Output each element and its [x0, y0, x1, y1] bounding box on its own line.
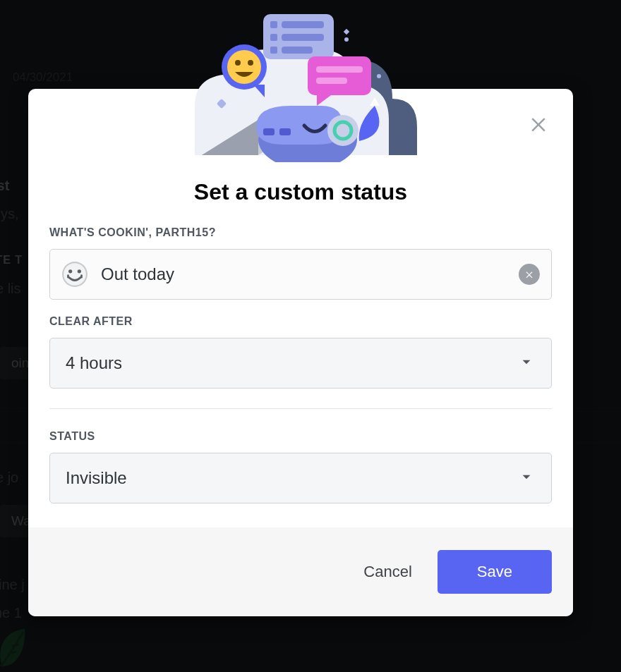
modal-footer: Cancel Save — [28, 527, 573, 616]
status-input-wrap — [49, 249, 552, 300]
svg-point-31 — [78, 269, 81, 273]
close-button[interactable] — [528, 113, 549, 134]
modal-body: Set a custom status WHAT'S COOKIN', PART… — [28, 89, 573, 503]
presence-status-label: STATUS — [49, 430, 552, 443]
presence-status-value: Invisible — [66, 468, 127, 488]
smiley-icon — [61, 261, 88, 288]
clear-icon — [524, 269, 534, 279]
svg-point-29 — [64, 263, 86, 286]
modal-title: Set a custom status — [49, 179, 552, 205]
section-divider — [49, 408, 552, 409]
chevron-down-icon — [517, 353, 536, 374]
emoji-picker-button[interactable] — [61, 261, 88, 288]
chevron-down-icon — [517, 468, 536, 489]
close-icon — [528, 113, 549, 134]
status-text-group: WHAT'S COOKIN', PARTH15? — [49, 226, 552, 300]
clear-status-button[interactable] — [519, 264, 540, 285]
clear-after-select[interactable]: 4 hours — [49, 338, 552, 389]
custom-status-modal: Set a custom status WHAT'S COOKIN', PART… — [28, 89, 573, 616]
presence-status-select[interactable]: Invisible — [49, 453, 552, 503]
svg-point-30 — [68, 269, 72, 273]
clear-after-group: CLEAR AFTER 4 hours — [49, 315, 552, 389]
status-prompt-label: WHAT'S COOKIN', PARTH15? — [49, 226, 552, 239]
clear-after-label: CLEAR AFTER — [49, 315, 552, 328]
clear-after-value: 4 hours — [66, 353, 122, 373]
cancel-button[interactable]: Cancel — [358, 556, 417, 588]
presence-status-group: STATUS Invisible — [49, 430, 552, 503]
status-text-input[interactable] — [101, 264, 519, 284]
save-button[interactable]: Save — [438, 550, 552, 594]
